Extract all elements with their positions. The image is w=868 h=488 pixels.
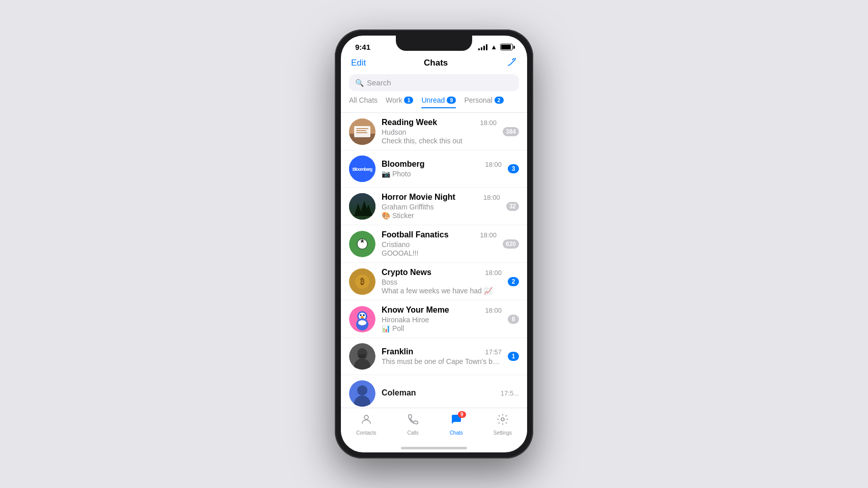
chat-time-meme: 18:00 xyxy=(485,307,502,314)
chat-meta-meme: 8 xyxy=(508,315,519,324)
avatar-football xyxy=(349,231,375,257)
svg-rect-4 xyxy=(356,128,368,129)
chat-content-franklin: Franklin 17:57 This must be one of Cape … xyxy=(382,347,502,365)
chat-time-football: 18:00 xyxy=(480,231,497,239)
svg-point-28 xyxy=(361,316,364,318)
chat-time-horror: 18:00 xyxy=(483,194,500,201)
chat-sender-meme: Hironaka Hiroe xyxy=(382,316,502,324)
tab-personal[interactable]: Personal 2 xyxy=(464,96,503,108)
chat-preview-crypto: What a few weeks we have had 📈 xyxy=(382,287,502,295)
phone-device: 9:41 ▲ Edit Chats xyxy=(335,29,533,459)
avatar-horror xyxy=(349,193,375,220)
unread-badge-meme: 8 xyxy=(508,315,519,324)
chat-time-bloomberg: 18:00 xyxy=(485,161,502,168)
chat-name-coleman: Coleman xyxy=(382,388,416,398)
settings-icon xyxy=(497,413,509,429)
nav-settings-label: Settings xyxy=(494,430,512,436)
chat-preview-reading-week: Check this, check this out xyxy=(382,137,497,145)
chat-meta-reading-week: 384 xyxy=(503,127,519,136)
tab-unread-badge: 9 xyxy=(447,97,456,104)
home-indicator xyxy=(401,447,467,449)
status-icons: ▲ xyxy=(478,43,513,51)
compose-button[interactable] xyxy=(506,56,517,69)
tab-all-chats[interactable]: All Chats xyxy=(349,96,378,108)
nav-contacts-label: Contacts xyxy=(356,430,376,436)
signal-icon xyxy=(478,44,487,50)
chat-meta-franklin: 1 xyxy=(508,352,519,361)
avatar-meme xyxy=(349,306,375,332)
svg-rect-0 xyxy=(512,58,514,60)
unread-badge-football: 620 xyxy=(503,239,519,249)
contacts-icon xyxy=(360,413,372,429)
avatar-coleman xyxy=(349,380,375,407)
chat-preview-franklin: This must be one of Cape Town's best spo… xyxy=(382,357,502,365)
nav-settings[interactable]: Settings xyxy=(487,412,518,437)
filter-tabs: All Chats Work 1 Unread 9 Personal 2 xyxy=(341,96,527,113)
nav-contacts[interactable]: Contacts xyxy=(350,412,382,437)
chat-time-franklin: 17:57 xyxy=(485,348,502,356)
chat-name-reading-week: Reading Week xyxy=(382,118,437,127)
svg-point-36 xyxy=(357,385,367,395)
unread-badge-franklin: 1 xyxy=(508,352,519,361)
chats-nav-badge: 9 xyxy=(458,411,466,418)
chat-name-crypto: Crypto News xyxy=(382,268,431,277)
tab-work[interactable]: Work 1 xyxy=(386,96,413,108)
bottom-nav: Contacts Calls 9 Chats xyxy=(341,408,527,445)
nav-chats[interactable]: 9 Chats xyxy=(444,412,469,437)
chat-content-horror: Horror Movie Night 18:00 Graham Griffith… xyxy=(382,193,500,220)
tab-personal-badge: 2 xyxy=(495,97,504,104)
chat-item-football[interactable]: Football Fanatics 18:00 Cristiano GOOOAL… xyxy=(341,225,527,263)
svg-rect-34 xyxy=(358,354,366,358)
chat-item-meme[interactable]: Know Your Meme 18:00 Hironaka Hiroe 📊 Po… xyxy=(341,300,527,338)
svg-point-26 xyxy=(360,315,361,316)
chat-item-bloomberg[interactable]: Bloomberg Bloomberg 18:00 📷 Photo 3 xyxy=(341,150,527,188)
chat-item-crypto[interactable]: ₿ Crypto News 18:00 Boss What a few week… xyxy=(341,263,527,300)
edit-button[interactable]: Edit xyxy=(351,58,366,68)
svg-point-27 xyxy=(363,315,364,316)
chat-content-bloomberg: Bloomberg 18:00 📷 Photo xyxy=(382,160,502,178)
chat-content-coleman: Coleman 17:5... xyxy=(382,388,519,399)
wifi-icon: ▲ xyxy=(490,43,497,51)
nav-calls[interactable]: Calls xyxy=(401,412,425,437)
chat-meta-football: 620 xyxy=(503,239,519,249)
svg-text:₿: ₿ xyxy=(360,277,364,286)
chat-preview-meme: 📊 Poll xyxy=(382,324,502,332)
page-title: Chats xyxy=(424,58,448,68)
chat-item-horror[interactable]: Horror Movie Night 18:00 Graham Griffith… xyxy=(341,188,527,225)
tab-unread[interactable]: Unread 9 xyxy=(421,96,456,108)
chat-content-reading-week: Reading Week 18:00 Hudson Check this, ch… xyxy=(382,118,497,145)
svg-text:Bloomberg: Bloomberg xyxy=(353,167,372,172)
chat-item-franklin[interactable]: Franklin 17:57 This must be one of Cape … xyxy=(341,338,527,375)
chat-content-meme: Know Your Meme 18:00 Hironaka Hiroe 📊 Po… xyxy=(382,306,502,332)
avatar-franklin xyxy=(349,343,375,370)
chat-name-bloomberg: Bloomberg xyxy=(382,160,424,169)
unread-badge-crypto: 2 xyxy=(508,277,519,286)
search-bar[interactable]: 🔍 Search xyxy=(349,74,519,91)
chat-item-reading-week[interactable]: Reading Week 18:00 Hudson Check this, ch… xyxy=(341,113,527,150)
chat-time-reading-week: 18:00 xyxy=(480,119,497,127)
chat-preview-football: GOOOAL!!! xyxy=(382,249,497,257)
chat-meta-horror: 32 xyxy=(506,202,519,211)
nav-chats-label: Chats xyxy=(450,430,463,436)
chat-name-football: Football Fanatics xyxy=(382,230,449,239)
chat-preview-horror: 🎨 Sticker xyxy=(382,211,500,220)
chat-sender-horror: Graham Griffiths xyxy=(382,203,500,211)
chat-list: Reading Week 18:00 Hudson Check this, ch… xyxy=(341,113,527,408)
chats-header: Edit Chats xyxy=(341,54,527,74)
chat-item-coleman[interactable]: Coleman 17:5... xyxy=(341,375,527,408)
unread-badge-horror: 32 xyxy=(506,202,519,211)
tab-work-badge: 1 xyxy=(404,97,413,104)
svg-rect-6 xyxy=(356,132,367,133)
battery-icon xyxy=(500,44,513,50)
status-time: 9:41 xyxy=(355,43,370,51)
svg-point-38 xyxy=(364,415,368,419)
chat-time-crypto: 18:00 xyxy=(485,269,502,277)
chat-meta-bloomberg: 3 xyxy=(508,164,519,173)
nav-calls-label: Calls xyxy=(407,430,418,436)
svg-point-30 xyxy=(358,320,366,325)
svg-rect-5 xyxy=(356,130,366,131)
chat-content-football: Football Fanatics 18:00 Cristiano GOOOAL… xyxy=(382,230,497,257)
chat-preview-bloomberg: 📷 Photo xyxy=(382,170,502,178)
avatar-bloomberg: Bloomberg xyxy=(349,156,375,182)
chat-name-franklin: Franklin xyxy=(382,347,413,356)
